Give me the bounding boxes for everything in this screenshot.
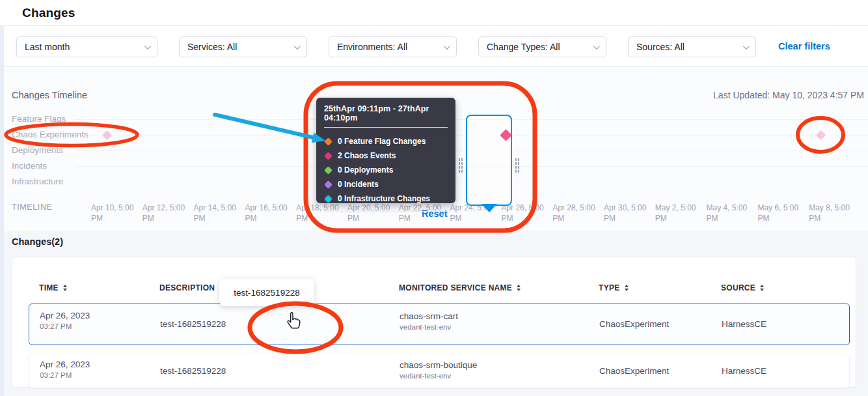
sources-value: Sources: All [636, 42, 685, 52]
legend-diamond-icon [324, 152, 332, 160]
timeline-axis-label: TIMELINE [12, 203, 52, 212]
changes-count-title: Changes(2) [12, 236, 63, 247]
time-range-dropdown[interactable]: Last month [16, 36, 157, 57]
column-header-type[interactable]: TYPE [599, 283, 629, 292]
column-header-description[interactable]: DESCRIPTION [159, 283, 223, 292]
chaos-event-marker-icon [815, 130, 826, 140]
tick-meridiem: PM [501, 213, 550, 223]
tooltip-legend-item: 0 Deployments [324, 163, 448, 177]
cell-type: ChaosExperiment [599, 366, 669, 376]
timeline-tick: Apr 26, 5:00PM [501, 203, 550, 223]
cell-description: test-1682519228 [160, 319, 226, 329]
tooltip-legend-item: 0 Feature Flag Changes [324, 134, 448, 148]
timeline-tick: May 8, 5:00PM [809, 203, 858, 223]
brush-left-handle-icon[interactable] [458, 158, 463, 173]
tick-meridiem: PM [194, 213, 243, 223]
column-header-label: MONITORED SERVICE NAME [399, 283, 512, 292]
legend-diamond-icon [324, 166, 332, 175]
change-types-dropdown[interactable]: Change Types: All [478, 36, 606, 57]
timeline-tick: Apr 16, 5:00PM [245, 203, 294, 223]
sort-up-arrow [517, 285, 521, 287]
tooltip-divider [324, 211, 448, 212]
tick-meridiem: PM [450, 213, 500, 223]
brush-pointer-icon [481, 204, 497, 212]
tick-meridiem: PM [142, 213, 192, 223]
tick-meridiem: PM [707, 213, 756, 223]
timeline-row-label: Incidents [12, 162, 47, 171]
timeline-tick: May 2, 5:00PM [655, 203, 705, 223]
top-bar: Changes [0, 0, 868, 26]
legend-diamond-icon [324, 180, 332, 189]
column-header-source[interactable]: SOURCE [721, 283, 764, 292]
sources-dropdown[interactable]: Sources: All [628, 36, 756, 57]
timeline-row-label: Chaos Experiments [12, 130, 88, 139]
column-header-monitored-service-name[interactable]: MONITORED SERVICE NAME [399, 283, 521, 292]
brush-right-handle-icon[interactable] [515, 158, 520, 173]
timeline-row-label: Infrastructure [12, 177, 64, 186]
column-header-time[interactable]: TIME [39, 283, 67, 292]
changes-timeline-section: Changes Timeline Last Updated: May 10, 2… [0, 68, 868, 231]
timeline-selection-brush[interactable] [466, 115, 512, 206]
table-row[interactable]: Apr 26, 202303:27 PMtest-1682519228chaos… [29, 354, 850, 388]
legend-label: 0 Incidents [338, 180, 379, 189]
chevron-down-icon [743, 43, 750, 50]
tick-meridiem: PM [245, 213, 294, 223]
column-header-label: DESCRIPTION [159, 283, 215, 292]
left-edge-strip [0, 26, 4, 396]
timeline-tick: Apr 28, 5:00PM [552, 203, 602, 223]
sort-down-arrow [517, 289, 521, 291]
cell-service-env: vedant-test-env [400, 372, 477, 380]
timeline-tick: May 4, 5:00PM [707, 203, 756, 223]
chevron-down-icon [444, 43, 450, 50]
chevron-down-icon [294, 43, 301, 50]
sort-icon[interactable] [63, 285, 67, 291]
legend-diamond-icon [324, 137, 332, 146]
environments-dropdown[interactable]: Environments: All [329, 36, 457, 57]
filter-bar: Last month Services: All Environments: A… [0, 27, 868, 67]
tick-meridiem: PM [91, 213, 141, 223]
sort-icon[interactable] [625, 285, 629, 291]
description-tooltip: test-1682519228 [219, 279, 314, 306]
last-updated-text: Last Updated: May 10, 2023 4:57 PM [713, 90, 864, 100]
tick-meridiem: PM [809, 213, 858, 223]
sort-icon[interactable] [517, 285, 521, 291]
tick-date: May 2, 5:00 [655, 203, 705, 213]
table-row[interactable]: Apr 26, 202303:27 PMtest-1682519228chaos… [29, 304, 850, 345]
environments-value: Environments: All [337, 42, 407, 52]
cell-service-env: vedant-test-env [400, 323, 458, 331]
timeline-tick: Apr 10, 5:00PM [91, 203, 141, 223]
tick-date: Apr 16, 5:00 [245, 203, 294, 213]
timeline-range-tooltip: 25thApr 09:11pm - 27thApr 04:10pm 0 Feat… [316, 98, 455, 203]
tick-meridiem: PM [757, 213, 807, 223]
cell-time: Apr 26, 202303:27 PM [40, 311, 90, 330]
page-title: Changes [22, 6, 75, 20]
cell-service: chaos-srm-boutiquevedant-test-env [400, 360, 477, 380]
sort-up-arrow [625, 285, 629, 287]
sort-icon[interactable] [760, 285, 764, 291]
tooltip-divider [324, 127, 448, 128]
cell-type: ChaosExperiment [599, 319, 669, 329]
column-header-label: TYPE [599, 283, 620, 292]
timeline-row-label: Deployments [12, 146, 63, 155]
clear-filters-link[interactable]: Clear filters [778, 41, 830, 51]
services-dropdown[interactable]: Services: All [179, 36, 307, 57]
column-header-label: SOURCE [721, 283, 755, 292]
chaos-event-marker-icon [102, 130, 112, 140]
timeline-row-label: Feature Flags [12, 115, 66, 124]
tooltip-range-title: 25thApr 09:11pm - 27thApr 04:10pm [316, 98, 455, 127]
tick-date: Apr 30, 5:00 [604, 203, 653, 213]
tick-date: Apr 28, 5:00 [552, 203, 602, 213]
cell-time-sub: 03:27 PM [40, 371, 90, 379]
tick-date: Apr 14, 5:00 [194, 203, 243, 213]
tick-meridiem: PM [296, 213, 346, 223]
cell-source: HarnessCE [722, 319, 766, 329]
sort-up-arrow [63, 285, 67, 287]
tick-meridiem: PM [552, 213, 602, 223]
column-header-label: TIME [39, 283, 59, 292]
tick-date: May 8, 5:00 [809, 203, 858, 213]
legend-diamond-icon [324, 195, 332, 203]
cell-time-sub: 03:27 PM [40, 322, 90, 330]
tooltip-legend-item: 0 Infrastructure Changes [324, 191, 448, 206]
cell-service: chaos-srm-cartvedant-test-env [400, 311, 458, 331]
sort-down-arrow [63, 289, 67, 291]
